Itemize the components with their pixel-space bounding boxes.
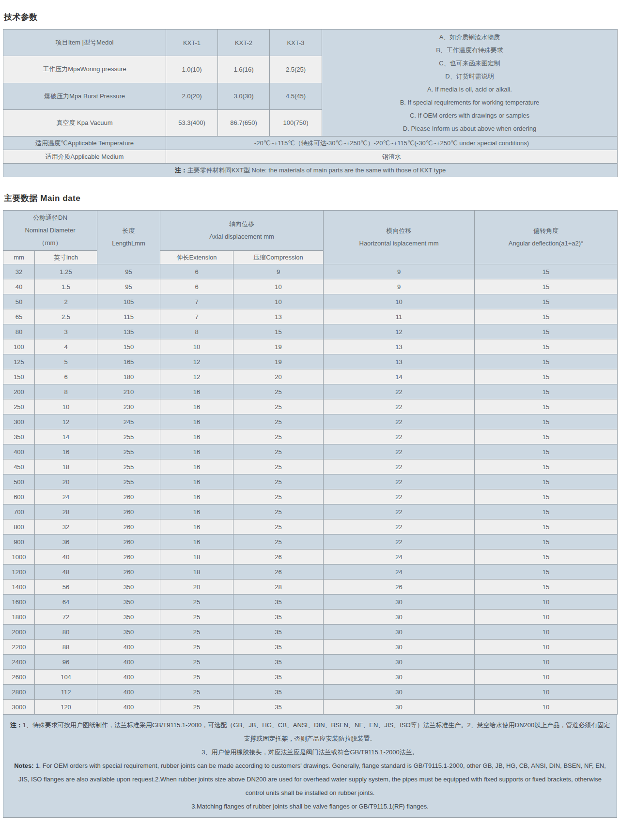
main-table-cell: 255 bbox=[97, 459, 160, 474]
main-table-cell: 18 bbox=[160, 550, 233, 565]
main-table-cell: 15 bbox=[475, 264, 618, 279]
main-table-cell: 10 bbox=[160, 339, 233, 354]
value-cell: 2.0(20) bbox=[166, 83, 218, 109]
main-table-cell: 245 bbox=[97, 414, 160, 429]
main-table-cell: 16 bbox=[160, 535, 233, 550]
main-table-cell: 3000 bbox=[3, 700, 35, 715]
footnote-en: Notes: 1. For OEM orders with special re… bbox=[9, 759, 611, 800]
main-table-cell: 64 bbox=[35, 595, 97, 610]
main-table-cell: 32 bbox=[35, 519, 97, 535]
main-table-cell: 150 bbox=[3, 369, 35, 384]
main-table-cell: 35 bbox=[233, 640, 324, 655]
main-table-cell: 400 bbox=[97, 685, 160, 700]
main-table-cell: 15 bbox=[475, 444, 618, 459]
footnote-cn: 注：1、特殊要求可按用户图纸制作，法兰标准采用GB/T9115.1-2000，可… bbox=[9, 718, 611, 746]
main-table-cell: 36 bbox=[35, 535, 97, 550]
mm-subheader: mm bbox=[3, 251, 35, 264]
main-table-cell: 3 bbox=[35, 324, 97, 339]
ordering-note-line: D、订货时需说明 bbox=[324, 70, 615, 83]
main-table-cell: 2400 bbox=[3, 655, 35, 670]
main-table-cell: 16 bbox=[160, 399, 233, 414]
main-table-cell: 16 bbox=[160, 429, 233, 444]
main-table-cell: 255 bbox=[97, 429, 160, 444]
main-table-cell: 15 bbox=[475, 474, 618, 489]
main-table-cell: 500 bbox=[3, 474, 35, 489]
main-table-cell: 25 bbox=[233, 444, 324, 459]
main-table-cell: 12 bbox=[35, 414, 97, 429]
main-table-row: 8003226016252215 bbox=[3, 519, 618, 535]
main-table-row: 5002025516252215 bbox=[3, 474, 618, 489]
footnote-cn-line3: 3、用户使用橡胶接头，对应法兰应是阀门法兰或符合GB/T9115.1-2000法… bbox=[9, 746, 611, 759]
main-table-cell: 15 bbox=[475, 294, 618, 309]
main-table-cell: 104 bbox=[35, 670, 97, 685]
ordering-note-line: B、工作温度有特殊要求 bbox=[324, 44, 615, 57]
main-table-row: 18007235025353010 bbox=[3, 610, 618, 625]
main-table-cell: 350 bbox=[3, 429, 35, 444]
tech-header-kxt3: KXT-3 bbox=[270, 30, 322, 56]
main-table-cell: 7 bbox=[160, 294, 233, 309]
main-table-cell: 28 bbox=[233, 580, 324, 595]
main-table-cell: 14 bbox=[35, 429, 97, 444]
main-table-cell: 30 bbox=[324, 685, 475, 700]
main-data-title: 主要数据 Main date bbox=[4, 193, 620, 204]
main-table-cell: 5 bbox=[35, 354, 97, 369]
extension-subheader: 伸长Extension bbox=[160, 251, 233, 264]
main-table-row: 22008840025353010 bbox=[3, 640, 618, 655]
main-table-cell: 30 bbox=[324, 610, 475, 625]
main-table-cell: 22 bbox=[324, 535, 475, 550]
medium-value: 钢渣水 bbox=[166, 150, 618, 164]
main-table-row: 125516512191315 bbox=[3, 354, 618, 369]
main-table-cell: 19 bbox=[233, 354, 324, 369]
main-table-cell: 10 bbox=[324, 294, 475, 309]
tech-header-item-model: 项目Item |型号Medol bbox=[3, 30, 166, 56]
main-table-cell: 15 bbox=[475, 414, 618, 429]
main-table-cell: 65 bbox=[3, 309, 35, 324]
value-cell: 3.0(30) bbox=[218, 83, 270, 109]
main-table-cell: 15 bbox=[475, 339, 618, 354]
main-table-cell: 9 bbox=[324, 279, 475, 294]
ordering-note-line: A、如介质钢渣水物质 bbox=[324, 31, 615, 44]
tech-note-text: 主要零件材料同KXT型 Note: the materials of main … bbox=[187, 167, 446, 174]
ordering-note-line: C. If OEM orders with drawings or sample… bbox=[324, 109, 615, 122]
main-table-cell: 12 bbox=[160, 354, 233, 369]
main-table-cell: 260 bbox=[97, 489, 160, 504]
main-table-cell: 1200 bbox=[3, 565, 35, 580]
main-table-cell: 260 bbox=[97, 550, 160, 565]
tech-params-table: 项目Item |型号Medol KXT-1 KXT-2 KXT-3 A、如介质钢… bbox=[3, 29, 618, 177]
temperature-row: 适用温度℃Applicable Temperature -20℃~+115℃（特… bbox=[3, 137, 618, 150]
main-table-cell: 18 bbox=[35, 459, 97, 474]
main-table-cell: 1.5 bbox=[35, 279, 97, 294]
main-table-row: 3501425516252215 bbox=[3, 429, 618, 444]
main-table-row: 200821016252215 bbox=[3, 384, 618, 399]
main-table-cell: 35 bbox=[233, 655, 324, 670]
main-table-cell: 10 bbox=[475, 625, 618, 640]
main-table-row: 14005635020282615 bbox=[3, 580, 618, 595]
main-table-cell: 25 bbox=[160, 595, 233, 610]
main-table-cell: 26 bbox=[324, 580, 475, 595]
main-table-cell: 20 bbox=[35, 474, 97, 489]
main-table-cell: 28 bbox=[35, 504, 97, 519]
main-table-cell: 25 bbox=[233, 474, 324, 489]
row-label: 适用温度℃Applicable Temperature bbox=[3, 137, 166, 150]
main-table-cell: 25 bbox=[233, 384, 324, 399]
main-table-cell: 12 bbox=[324, 324, 475, 339]
spec-sheet-page: 技术参数 项目Item |型号Medol KXT-1 KXT-2 KXT-3 A… bbox=[0, 12, 620, 818]
main-table-cell: 400 bbox=[97, 655, 160, 670]
main-table-cell: 10 bbox=[475, 700, 618, 715]
main-table-cell: 25 bbox=[233, 429, 324, 444]
main-table-cell: 250 bbox=[3, 399, 35, 414]
main-table-cell: 125 bbox=[3, 354, 35, 369]
main-data-table: 公称通径DN Nominal Diameter （mm） 长度 LengthLm… bbox=[3, 210, 618, 715]
main-table-cell: 15 bbox=[475, 384, 618, 399]
main-table-cell: 26 bbox=[233, 550, 324, 565]
main-table-cell: 40 bbox=[3, 279, 35, 294]
main-table-cell: 25 bbox=[160, 640, 233, 655]
main-table-cell: 1.25 bbox=[35, 264, 97, 279]
main-table-cell: 9 bbox=[233, 264, 324, 279]
main-table-cell: 900 bbox=[3, 535, 35, 550]
main-table-cell: 25 bbox=[233, 459, 324, 474]
main-table-cell: 16 bbox=[160, 444, 233, 459]
ordering-note-line: C、也可来函来图定制 bbox=[324, 57, 615, 70]
main-table-cell: 30 bbox=[324, 595, 475, 610]
main-table-cell: 88 bbox=[35, 640, 97, 655]
